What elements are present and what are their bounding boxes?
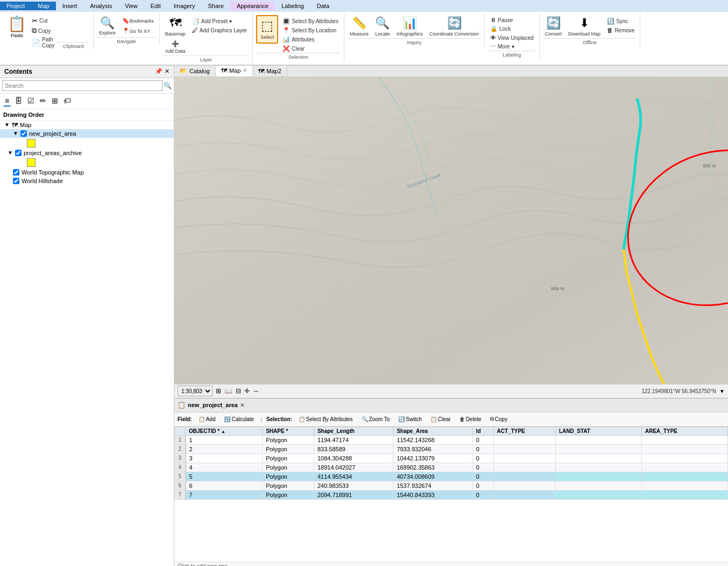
paste-button[interactable]: 📋 Paste [5,14,29,39]
table-wrap[interactable]: OBJECTID * ▲ SHAPE * Shape_Length Shape_… [174,427,728,562]
download-map-button[interactable]: ⬇ Download Map [566,15,603,38]
delete-button[interactable]: 🗑 Delete [457,416,484,423]
tab-labeling[interactable]: Labeling [275,2,310,10]
bookmarks-button[interactable]: 🔖 Bookmarks [120,16,156,25]
tab-edit[interactable]: Edit [144,2,167,10]
table-row[interactable]: 55Polygon4114.95543440734.0086090 [175,472,728,481]
tab-data[interactable]: Data [310,2,336,10]
clear-button[interactable]: ❌ Clear [280,45,341,53]
list-by-labeling-icon[interactable]: 🏷 [62,96,73,107]
lock-button[interactable]: 🔒 Lock [488,25,536,33]
explore-button[interactable]: 🔍 Explore [97,16,118,37]
close-panel-icon[interactable]: ✕ [165,68,169,75]
calculate-button[interactable]: 🔢 Calculate [222,416,256,423]
tab-map-view[interactable]: 🗺 Map ✕ [216,66,253,76]
expand-project-areas-archive-icon[interactable]: ▼ [8,150,13,156]
navigation-mode-icon[interactable]: ↔ [253,387,259,395]
select-by-attr-table-button[interactable]: 📋 Select By Attributes [296,416,355,423]
tab-imagery[interactable]: Imagery [167,2,202,10]
attr-table-tab[interactable]: new_project_area ✕ [188,402,244,408]
table-row[interactable]: 33Polygon1084.30428810442.1330790 [175,453,728,463]
map-tab-close[interactable]: ✕ [243,67,247,73]
basemap-button[interactable]: 🗺 Basemap [163,15,188,38]
add-graphics-layer-button[interactable]: 🖊 Add Graphics Layer [190,26,249,34]
cell-land_stat [556,453,642,463]
add-preset-button[interactable]: 📑 Add Preset ▾ [190,17,249,25]
search-icon[interactable]: 🔍 [164,82,172,89]
view-unplaced-button[interactable]: 👁 View Unplaced [488,34,536,41]
layer-check-project-areas-archive[interactable] [15,150,22,156]
tab-appearance[interactable]: Appearance [230,2,275,10]
measure-button[interactable]: 📏 Measure [348,15,371,38]
infographics-button[interactable]: 📊 Infographics [394,15,425,38]
attr-table-close[interactable]: ✕ [240,402,244,408]
tab-view[interactable]: View [118,2,144,10]
expand-new-project-area-icon[interactable]: ▼ [13,130,18,136]
scale-select[interactable]: 1:30,803 1:10,000 1:50,000 [178,386,213,396]
table-row[interactable]: 66Polygon240.9835331537.9326740 [175,481,728,490]
pin-icon[interactable]: 📌 [155,68,162,75]
bookmarks-status-icon[interactable]: 📖 [224,387,232,395]
convert-button[interactable]: 🔄 Convert [543,15,564,38]
clear-selection-button[interactable]: 📋 Clear [428,416,453,423]
list-by-drawing-order-icon[interactable]: ≡ [3,96,11,107]
layer-check-world-hillshade[interactable] [13,178,19,184]
tab-analysis[interactable]: Analysis [83,2,118,10]
attr-table-header: 📋 new_project_area ✕ [174,399,728,413]
tab-map2-view[interactable]: 🗺 Map2 [253,66,287,76]
layer-item-world-hillshade[interactable]: World Hillshade [0,177,174,185]
fit-extent-icon[interactable]: ⊞ [216,387,221,395]
layer-symbol-box-archive [27,158,36,167]
layer-check-world-topo[interactable] [13,169,19,176]
row-number: 1 [175,435,186,444]
copy-button[interactable]: ⧉ Copy [30,26,56,36]
select-button[interactable]: ⬚ Select [256,15,278,44]
list-by-snapping-icon[interactable]: ⊞ [50,96,60,107]
select-by-attributes-button[interactable]: 🔳 Select By Attributes [280,17,341,25]
table-row[interactable]: 11Polygon1194.4717411542.1432680 [175,435,728,444]
table-row[interactable]: 44Polygon18914.042027169902.358630 [175,463,728,472]
switch-selection-button[interactable]: 🔃 Switch [396,416,423,423]
coordinate-conversion-button[interactable]: 🔄 Coordinate Conversion [427,15,481,38]
tab-project[interactable]: Project [0,2,31,10]
layer-check-new-project-area[interactable] [20,130,27,137]
table-row[interactable]: 77Polygon2094.71899115440.8433930 [175,490,728,499]
table-row[interactable]: 22Polygon833.585897933.9320460 [175,444,728,453]
tab-share[interactable]: Share [202,2,230,10]
path-copy-button[interactable]: 📄 Path Copy [30,36,56,49]
go-to-xy-button[interactable]: 📍 Go To XY [120,26,156,36]
grid-icon[interactable]: ⊟ [236,387,241,395]
tab-insert[interactable]: Insert [56,2,84,10]
layer-item-new-project-area[interactable]: ▼ new_project_area [0,129,174,138]
tab-catalog[interactable]: 📂 Catalog [174,66,216,76]
tab-map[interactable]: Map [31,2,55,10]
expand-map-icon[interactable]: ▼ [4,122,10,128]
col-shape[interactable]: SHAPE * [263,427,314,435]
select-by-location-button[interactable]: 📍 Select By Location [280,26,341,34]
list-by-selection-icon[interactable]: ☑ [26,96,36,107]
locate-button[interactable]: 🔍 Locate [373,15,392,38]
search-input[interactable] [2,80,162,91]
list-by-data-source-icon[interactable]: 🗄 [13,96,24,107]
map-canvas[interactable]: Townsend Creek 989 m 969 m 995 m 1059 m … [174,77,728,384]
copy-table-button[interactable]: ⧉ Copy [488,415,510,423]
col-objectid[interactable]: OBJECTID * ▲ [186,427,263,435]
cut-button[interactable]: ✂ Cut [30,16,56,25]
layer-item-project-areas-archive[interactable]: ▼ project_areas_archive [0,149,174,157]
zoom-to-button[interactable]: 🔍 Zoom To [359,416,392,423]
layer-item-world-topo[interactable]: World Topographic Map [0,168,174,177]
sync-button[interactable]: 🔃 Sync [605,17,637,25]
add-field-button[interactable]: 📋 Add [196,416,218,423]
cell-land_stat [556,481,642,490]
more-button[interactable]: ⋯ More ▾ [488,43,536,51]
coord-expand-icon[interactable]: ▼ [719,388,725,394]
crosshair-icon[interactable]: ✛ [244,387,250,395]
layer-group-map[interactable]: ▼ 🗺 Map [0,121,174,129]
cell-objectid: 6 [186,481,263,490]
attributes-button[interactable]: 📊 Attributes [280,36,341,44]
add-data-button[interactable]: ➕ Add Data [163,39,188,55]
pause-button[interactable]: ⏸ Pause [488,16,536,24]
list-by-editing-icon[interactable]: ✏ [38,96,48,107]
add-row-label[interactable]: Click to add new row. [174,562,728,566]
remove-button[interactable]: 🗑 Remove [605,26,637,34]
